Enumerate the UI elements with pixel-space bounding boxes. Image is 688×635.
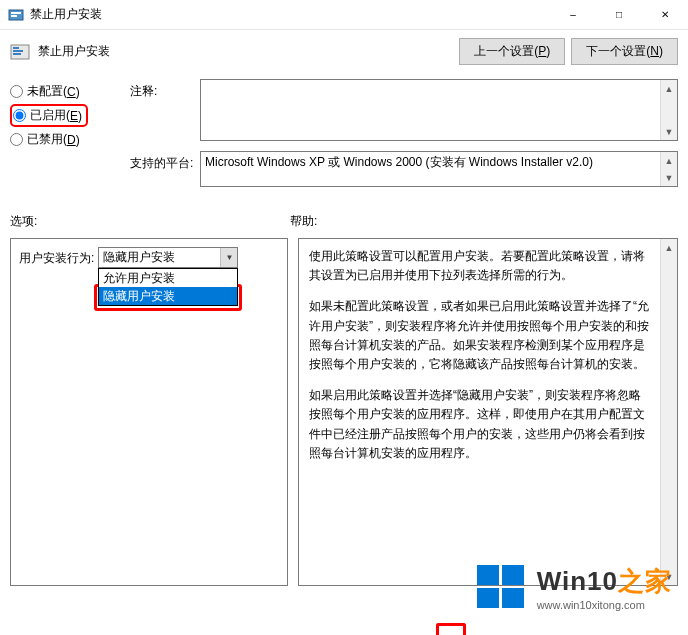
help-paragraph: 使用此策略设置可以配置用户安装。若要配置此策略设置，请将其设置为已启用并使用下拉… — [309, 247, 650, 285]
behavior-dropdown-list: 允许用户安装 隐藏用户安装 — [98, 268, 238, 306]
minimize-button[interactable]: – — [550, 0, 596, 30]
header: 禁止用户安装 上一个设置(P) 下一个设置(N) — [0, 30, 688, 79]
radio-not-configured[interactable]: 未配置(C) — [10, 83, 80, 100]
maximize-button[interactable]: □ — [596, 0, 642, 30]
policy-icon — [10, 42, 30, 62]
svg-rect-2 — [11, 15, 17, 17]
previous-setting-button[interactable]: 上一个设置(P) — [459, 38, 565, 65]
scroll-up-icon[interactable]: ▲ — [661, 152, 677, 169]
platform-label: 支持的平台: — [130, 151, 200, 187]
platform-field: Microsoft Windows XP 或 Windows 2000 (安装有… — [200, 151, 678, 187]
behavior-combobox[interactable]: 隐藏用户安装 ▼ — [98, 247, 238, 268]
svg-rect-6 — [13, 53, 21, 55]
help-paragraph: 如果启用此策略设置并选择“隐藏用户安装”，则安装程序将忽略按照每个用户安装的应用… — [309, 386, 650, 463]
help-scrollbar[interactable]: ▲ ▼ — [660, 239, 677, 585]
options-panel: 用户安装行为: 隐藏用户安装 ▼ 允许用户安装 隐藏用户安装 — [10, 238, 288, 586]
platform-scrollbar[interactable]: ▲ ▼ — [660, 152, 677, 186]
scroll-down-icon[interactable]: ▼ — [661, 169, 677, 186]
options-section-label: 选项: — [10, 213, 290, 230]
scroll-down-icon[interactable]: ▼ — [661, 568, 677, 585]
page-title: 禁止用户安装 — [38, 43, 110, 60]
svg-rect-4 — [13, 47, 19, 49]
help-section-label: 帮助: — [290, 213, 678, 230]
bottom-highlight — [436, 623, 466, 635]
watermark-url: www.win10xitong.com — [537, 599, 672, 611]
chevron-down-icon[interactable]: ▼ — [220, 248, 237, 267]
app-icon — [8, 7, 24, 23]
svg-rect-5 — [13, 50, 23, 52]
behavior-label: 用户安装行为: — [19, 247, 94, 267]
scroll-up-icon[interactable]: ▲ — [661, 80, 677, 97]
combo-item-hide[interactable]: 隐藏用户安装 — [99, 287, 237, 305]
close-button[interactable]: ✕ — [642, 0, 688, 30]
radio-disabled[interactable]: 已禁用(D) — [10, 131, 80, 148]
svg-rect-1 — [11, 12, 21, 14]
behavior-selected: 隐藏用户安装 — [103, 249, 220, 266]
help-text: 使用此策略设置可以配置用户安装。若要配置此策略设置，请将其设置为已启用并使用下拉… — [299, 239, 660, 585]
radio-enabled[interactable]: 已启用(E) — [13, 107, 82, 124]
comment-scrollbar[interactable]: ▲ ▼ — [660, 80, 677, 140]
help-paragraph: 如果未配置此策略设置，或者如果已启用此策略设置并选择了“允许用户安装”，则安装程… — [309, 297, 650, 374]
scroll-down-icon[interactable]: ▼ — [661, 123, 677, 140]
titlebar: 禁止用户安装 – □ ✕ — [0, 0, 688, 30]
comment-label: 注释: — [130, 79, 200, 141]
state-radios: 未配置(C) 已启用(E) 已禁用(D) — [10, 79, 120, 197]
window-title: 禁止用户安装 — [30, 6, 102, 23]
help-panel: 使用此策略设置可以配置用户安装。若要配置此策略设置，请将其设置为已启用并使用下拉… — [298, 238, 678, 586]
scroll-up-icon[interactable]: ▲ — [661, 239, 677, 256]
combo-item-allow[interactable]: 允许用户安装 — [99, 269, 237, 287]
radio-enabled-highlight: 已启用(E) — [10, 104, 88, 127]
next-setting-button[interactable]: 下一个设置(N) — [571, 38, 678, 65]
platform-value: Microsoft Windows XP 或 Windows 2000 (安装有… — [201, 152, 660, 186]
comment-field[interactable]: ▲ ▼ — [200, 79, 678, 141]
